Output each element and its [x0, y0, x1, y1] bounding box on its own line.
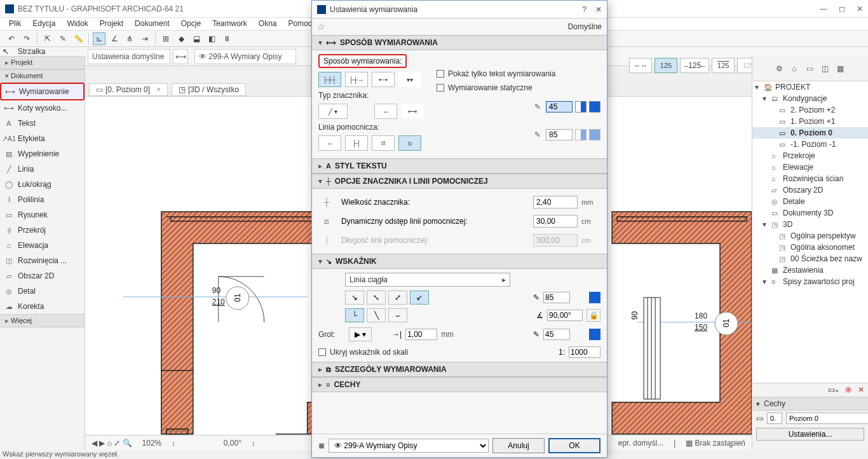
pen-input-3[interactable] — [543, 292, 570, 303]
tree-item[interactable]: ▭1. Poziom +1 — [752, 116, 868, 127]
cancel-button[interactable]: Anuluj — [492, 438, 545, 453]
ptr-dir-1[interactable]: └ — [345, 308, 364, 322]
tool-koty[interactable]: ⟷Koty wysoko... — [0, 100, 85, 116]
toolbox-header-dokument[interactable]: Dokument — [0, 69, 85, 83]
arrowhead-select[interactable]: ▶ ▾ — [349, 327, 372, 341]
tree-item[interactable]: ▭-1. Poziom -1 — [752, 139, 868, 150]
ptr-style-1[interactable]: ↘ — [345, 291, 364, 305]
dim-val-3[interactable]: 125 — [712, 58, 735, 73]
suspend-icon[interactable]: ⏸ — [220, 32, 233, 45]
method-elevation[interactable]: ▾▾ — [398, 72, 421, 87]
section-props[interactable]: ▸≡ CECHY — [312, 377, 607, 392]
tree-item[interactable]: ▾≡Spisy zawartości proj — [752, 276, 868, 287]
menu-plik[interactable]: Plik — [4, 18, 26, 30]
section-details[interactable]: ▸⧉ SZCZEGÓŁY WYMIAROWANIA — [312, 362, 607, 377]
maximize-icon[interactable]: ◻ — [839, 4, 845, 13]
tool-detal[interactable]: ◎Detal — [0, 284, 85, 299]
navigator-tree[interactable]: ▾🏠PROJEKT▾🗂Kondygnacje▭2. Poziom +2▭1. P… — [752, 81, 868, 383]
layer-select[interactable]: 👁 299-A Wymiary Opisy — [329, 439, 489, 453]
pen-swatch-2a[interactable] — [575, 129, 587, 140]
nav-pub-icon[interactable]: ▦ — [834, 63, 846, 74]
zoom-value[interactable]: 102% — [142, 439, 162, 448]
method-baseline[interactable]: •─• — [372, 72, 395, 87]
lock-angle-icon[interactable]: 🔒 — [587, 309, 600, 322]
menu-opcje[interactable]: Opcje — [176, 18, 206, 30]
redo-icon[interactable]: ↷ — [20, 32, 33, 45]
ptr-style-4[interactable]: ↙ — [410, 291, 429, 305]
ruler-icon[interactable]: 📏 — [72, 32, 85, 45]
tool-tekst[interactable]: ATekst — [0, 116, 85, 131]
tree-item[interactable]: ▱Obszary 2D — [752, 184, 868, 196]
tree-item[interactable]: ▾◳3D — [752, 219, 868, 230]
tree-item[interactable]: ▾🗂Kondygnacje — [752, 93, 868, 104]
layer-field[interactable]: 👁 299-A Wymiary Opisy — [194, 49, 296, 64]
trace-icon[interactable]: ◧ — [205, 32, 218, 45]
chk-hide-pointer[interactable]: Ukryj wskaźnik od skali — [318, 348, 408, 357]
menu-okna[interactable]: Okna — [254, 18, 282, 30]
ptr-style-2[interactable]: ⤡ — [367, 291, 386, 305]
delete-view-icon[interactable]: ✕ — [858, 385, 864, 394]
marker-outside[interactable]: ⟷ — [401, 104, 424, 119]
pen-input-4[interactable] — [543, 329, 570, 340]
witness-diag[interactable]: ⧄ — [372, 135, 395, 151]
gravity-icon[interactable]: ⬓ — [190, 32, 203, 45]
pen-swatch-1a[interactable] — [575, 101, 587, 113]
menu-dokument[interactable]: Dokument — [130, 18, 175, 30]
section-pointer[interactable]: ▾↘ WSKAŹNIK — [312, 254, 607, 269]
tool-obszar2d[interactable]: ▱Obszar 2D — [0, 268, 85, 284]
pen-swatch-4a[interactable] — [574, 329, 585, 340]
tool-etykieta[interactable]: ↗A1Etykieta — [0, 131, 85, 146]
guide-offset-icon[interactable]: ⇥ — [139, 32, 151, 45]
tree-item[interactable]: ▾🏠PROJEKT — [752, 81, 868, 93]
tree-item[interactable]: ◳Ogólna aksonomet — [752, 242, 868, 253]
dialog-close-icon[interactable]: ✕ — [595, 5, 602, 14]
tree-item[interactable]: ◳00 Ścieżka bez nazw — [752, 253, 868, 264]
chk-text-only[interactable]: Pokaż tylko tekst wymiarowania — [437, 69, 600, 78]
tool-wymiarowanie[interactable]: ⟷Wymiarowanie — [0, 83, 85, 100]
menu-widok[interactable]: Widok — [62, 18, 93, 30]
repr-field[interactable]: epr. domyśl... — [618, 439, 663, 448]
pen-input-2[interactable] — [546, 129, 573, 140]
dim-val-2[interactable]: –125– — [680, 58, 709, 73]
new-view-icon[interactable]: ▭₊ — [828, 385, 839, 394]
tree-item[interactable]: ◳Ogólna perspektyw — [752, 230, 868, 242]
angle-input[interactable] — [547, 310, 583, 321]
witness-short[interactable]: ├┤ — [345, 135, 368, 151]
menu-teamwork[interactable]: Teamwork — [207, 18, 252, 30]
dim-mode-icon[interactable]: ↔↔ — [629, 58, 652, 73]
guide-perp-icon[interactable]: ⊾ — [93, 32, 105, 45]
overrides-field[interactable]: ▦ Brak zastąpień — [686, 439, 745, 448]
method-cumulative[interactable]: ├┼→ — [345, 72, 368, 87]
tree-item[interactable]: ⌂Elewacje — [752, 161, 868, 173]
chk-static[interactable]: Wymiarowanie statyczne — [437, 83, 600, 92]
properties-header[interactable]: ▾ Cechy — [752, 397, 868, 411]
settings-button[interactable]: Ustawienia... — [756, 428, 864, 441]
pen-swatch-4b[interactable] — [589, 329, 600, 340]
section-marker[interactable]: ▾┼ OPCJE ZNACZNIKA I LINII POMOCNICZEJ — [312, 174, 607, 189]
nav-view-icon[interactable]: ▭ — [803, 63, 816, 74]
tool-korekta[interactable]: ☁Korekta — [0, 299, 85, 314]
dim-val-1[interactable]: 125 — [654, 58, 677, 73]
witness-full[interactable]: ⧅ — [398, 135, 421, 151]
section-method[interactable]: ▾⟷ SPOSÓB WYMIAROWANIA — [312, 35, 607, 50]
toolbox-header-projekt[interactable]: Projekt — [0, 56, 85, 69]
menu-projekt[interactable]: Projekt — [95, 18, 128, 30]
ptr-dir-2[interactable]: ╲ — [367, 308, 386, 322]
guide-bisect-icon[interactable]: ⋔ — [123, 32, 136, 45]
marker-inside[interactable]: ↔ — [374, 104, 397, 119]
marker-type-select[interactable]: ╱ ▾ — [318, 104, 348, 119]
guide-angle-icon[interactable]: ∠ — [108, 32, 121, 45]
nav-settings-icon[interactable]: ⚙ — [773, 63, 785, 74]
nav-map-icon[interactable]: ⌂ — [788, 63, 801, 74]
story-name-input[interactable] — [786, 413, 868, 424]
section-text[interactable]: ▸A STYL TEKSTU — [312, 158, 607, 174]
tool-luk[interactable]: ◯Łuk/okrąg — [0, 177, 85, 192]
pen-input-1[interactable] — [546, 101, 573, 113]
minimize-icon[interactable]: — — [820, 4, 827, 13]
ok-button[interactable]: OK — [548, 438, 600, 453]
pen-swatch-1b[interactable] — [589, 101, 600, 113]
tool-rozwiniecia[interactable]: ◫Rozwinięcia ... — [0, 253, 85, 268]
angle-value[interactable]: 0,00° — [224, 439, 241, 448]
pen-swatch-3a[interactable] — [574, 292, 585, 303]
tree-item[interactable]: ⌂Przekroje — [752, 150, 868, 161]
